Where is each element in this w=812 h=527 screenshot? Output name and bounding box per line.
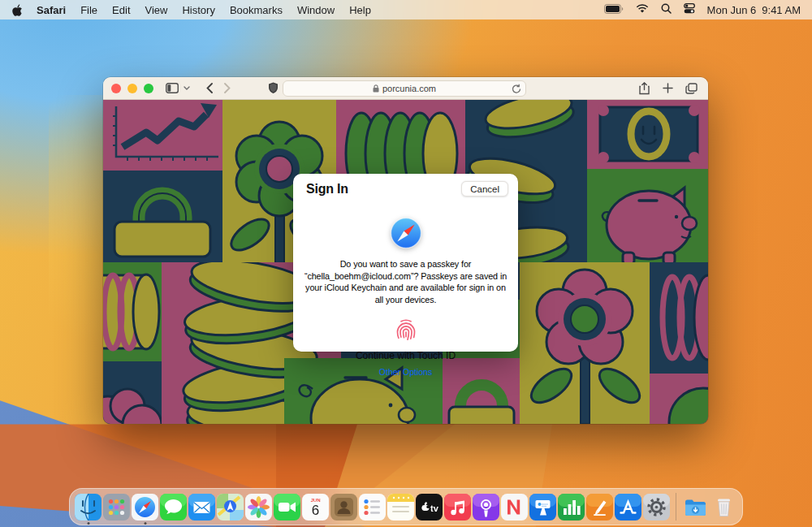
dock-safari-icon[interactable] [132,494,158,521]
finder-running-indicator [87,522,89,525]
traffic-lights [111,84,153,93]
menu-history[interactable]: History [182,4,214,16]
dock-photos-icon[interactable] [245,494,272,521]
menu-file[interactable]: File [80,4,97,16]
lock-icon [373,84,379,93]
dock-settings-icon[interactable] [643,494,670,521]
dock-numbers-icon[interactable] [558,494,585,521]
control-center-icon[interactable] [684,3,695,16]
address-text: porcunia.com [382,84,436,93]
apple-menu-icon[interactable] [12,3,24,16]
dock-notes-icon[interactable] [387,494,414,521]
menu-edit[interactable]: Edit [112,4,130,16]
dock-finder-icon[interactable] [75,494,102,521]
menu-bookmarks[interactable]: Bookmarks [230,4,283,16]
touch-id-icon [293,316,518,345]
dock-downloads-folder-icon[interactable] [682,494,709,521]
dock-maps-icon[interactable] [217,494,244,521]
dock-messages-icon[interactable] [160,494,187,521]
passkey-dialog: Sign In Cancel Do you want to save a pas… [293,174,518,352]
close-window-button[interactable] [111,84,121,93]
battery-icon[interactable] [604,4,624,16]
dock-keynote-icon[interactable] [529,494,556,521]
menubar-date[interactable]: Mon Jun 6 [707,4,757,16]
menu-view[interactable]: View [145,4,168,16]
tv-logo-label: tv [430,503,439,512]
menu-bar: Safari File Edit View History Bookmarks … [0,0,812,19]
menu-window[interactable]: Window [297,4,335,16]
search-icon[interactable] [661,3,672,16]
dock-launchpad-icon[interactable] [103,494,130,521]
safari-running-indicator [144,522,146,525]
reload-icon[interactable] [512,84,521,96]
safari-toolbar: porcunia.com [103,77,708,100]
new-tab-icon[interactable] [659,80,676,97]
dock-tv-icon[interactable]: tv [416,494,443,521]
menu-help[interactable]: Help [349,4,371,16]
dock-divider [676,493,676,521]
share-icon[interactable] [635,80,653,97]
calendar-day-label: 6 [312,503,319,518]
dock-news-icon[interactable] [501,494,528,521]
cancel-button[interactable]: Cancel [461,181,508,197]
dock-appstore-icon[interactable] [615,494,641,521]
dock-mail-icon[interactable] [188,494,215,521]
dialog-title: Sign In [306,182,348,197]
sidebar-toggle-button[interactable] [163,80,181,97]
menubar-time[interactable]: 9:41 AM [762,4,801,16]
dock-pages-icon[interactable] [586,494,613,521]
continue-touch-id-label[interactable]: Continue with Touch ID [293,350,518,361]
dock-facetime-icon[interactable] [274,494,300,521]
forward-button[interactable] [218,80,236,97]
privacy-shield-icon[interactable] [264,80,282,97]
dock-music-icon[interactable] [444,494,471,521]
wifi-icon[interactable] [636,4,649,16]
back-button[interactable] [201,80,218,97]
dock-contacts-icon[interactable] [330,494,357,521]
dock-reminders-icon[interactable] [359,494,386,521]
address-bar[interactable]: porcunia.com [283,80,526,97]
other-options-link[interactable]: Other Options [293,367,518,377]
menu-safari[interactable]: Safari [37,4,66,16]
dock: JUN6 tv [69,488,743,525]
dock-trash-icon[interactable] [710,494,737,521]
zoom-window-button[interactable] [144,84,153,93]
dock-calendar-icon[interactable]: JUN6 [302,494,329,521]
safari-app-icon [293,217,518,249]
dock-podcasts-icon[interactable] [473,494,499,521]
tab-overview-icon[interactable] [682,80,700,97]
minimize-window-button[interactable] [127,84,137,93]
sidebar-chevron-down-icon[interactable] [181,80,192,97]
dialog-body-text: Do you want to save a passkey for “chell… [301,258,511,306]
